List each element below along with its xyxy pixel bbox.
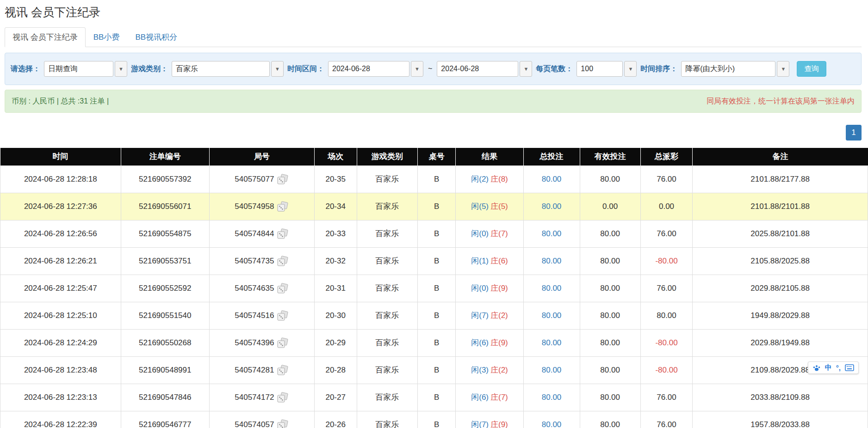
- result-player: 闲(0): [471, 284, 489, 293]
- game-category-label: 游戏类别：: [131, 64, 168, 74]
- tab-bb-tips[interactable]: BB小费: [86, 27, 128, 47]
- total-bet-link[interactable]: 80.00: [542, 420, 562, 428]
- page-size-input[interactable]: [577, 61, 623, 77]
- time-range-label: 时间区间：: [287, 64, 324, 74]
- table-row: 2024-06-28 12:28:18 521690557392 5405750…: [0, 165, 868, 193]
- cell-game-category: 百家乐: [357, 411, 417, 428]
- time-sort-caret-icon[interactable]: ▼: [777, 61, 789, 77]
- result-banker: 庄(9): [490, 284, 508, 293]
- cell-total-bet: 80.00: [523, 302, 580, 329]
- dice-icon[interactable]: [277, 201, 289, 212]
- tab-bb-video-points[interactable]: BB视讯积分: [127, 27, 185, 47]
- cell-result: 闲(0)庄(9): [456, 275, 523, 302]
- cell-session: 20-26: [314, 411, 357, 428]
- result-banker: 庄(7): [490, 229, 508, 238]
- cell-valid-bet: 80.00: [580, 275, 640, 302]
- cell-total-bet: 80.00: [523, 193, 580, 220]
- dice-icon[interactable]: [277, 228, 289, 239]
- cell-time: 2024-06-28 12:23:13: [0, 384, 121, 411]
- ime-language-mode[interactable]: 中: [825, 363, 832, 372]
- total-bet-link[interactable]: 80.00: [542, 366, 562, 374]
- dice-icon[interactable]: [277, 256, 289, 267]
- time-sort-input[interactable]: [681, 61, 775, 77]
- dice-icon[interactable]: [277, 419, 289, 428]
- cell-remark: 1949.88/2029.88: [693, 302, 868, 329]
- date-to-caret-icon[interactable]: ▼: [520, 61, 532, 77]
- game-category-caret-icon[interactable]: ▼: [271, 61, 284, 77]
- query-button[interactable]: 查询: [797, 61, 826, 77]
- cell-remark: 2105.88/2025.88: [693, 247, 868, 275]
- total-bet-link[interactable]: 80.00: [542, 284, 562, 293]
- result-player: 闲(7): [471, 311, 489, 320]
- date-to-input[interactable]: [437, 61, 518, 77]
- dice-icon[interactable]: [277, 283, 289, 294]
- cell-bet-id: 521690553751: [121, 247, 209, 275]
- cell-table-no: B: [417, 275, 456, 302]
- total-bet-link[interactable]: 80.00: [542, 175, 562, 183]
- query-type-input[interactable]: [44, 61, 113, 77]
- cell-time: 2024-06-28 12:25:10: [0, 302, 121, 329]
- result-banker: 庄(2): [490, 311, 508, 320]
- cell-round-id: 540574958: [209, 193, 314, 220]
- dice-icon[interactable]: [277, 337, 289, 349]
- cell-total-bet: 80.00: [523, 247, 580, 275]
- column-header: 局号: [209, 148, 314, 165]
- total-bet-link[interactable]: 80.00: [542, 393, 562, 402]
- cell-total-bet: 80.00: [523, 275, 580, 302]
- cell-game-category: 百家乐: [357, 384, 417, 411]
- round-id-text: 540575077: [235, 175, 274, 184]
- total-bet-link[interactable]: 80.00: [542, 257, 562, 265]
- total-bet-link[interactable]: 80.00: [542, 338, 562, 347]
- table-row: 2024-06-28 12:24:29 521690550268 5405743…: [0, 329, 868, 356]
- tab-betting-records[interactable]: 视讯 会员下注纪录: [5, 27, 86, 47]
- cell-payout: 76.00: [640, 384, 693, 411]
- round-id-text: 540574396: [235, 338, 274, 348]
- total-bet-link[interactable]: 80.00: [542, 229, 562, 238]
- column-header: 有效投注: [580, 148, 640, 165]
- cell-table-no: B: [417, 329, 456, 356]
- dice-icon[interactable]: [277, 392, 289, 403]
- cell-valid-bet: 80.00: [580, 165, 640, 193]
- cell-valid-bet: 80.00: [580, 356, 640, 384]
- date-from-input[interactable]: [328, 61, 409, 77]
- table-row: 2024-06-28 12:23:48 521690548991 5405742…: [0, 356, 868, 384]
- ime-toolbar: 中 °,: [808, 361, 859, 374]
- cell-table-no: B: [417, 193, 456, 220]
- ime-keyboard-icon[interactable]: [845, 364, 854, 371]
- cell-time: 2024-06-28 12:27:36: [0, 193, 121, 220]
- page-size-caret-icon[interactable]: ▼: [624, 61, 637, 77]
- ime-punctuation-icon[interactable]: °,: [836, 364, 841, 372]
- table-row: 2024-06-28 12:23:13 521690547846 5405741…: [0, 384, 868, 411]
- page-button-1[interactable]: 1: [846, 125, 862, 141]
- cell-session: 20-28: [314, 356, 357, 384]
- table-row: 2024-06-28 12:25:10 521690551540 5405745…: [0, 302, 868, 329]
- column-header: 时间: [0, 148, 121, 165]
- round-id-text: 540574735: [235, 257, 274, 266]
- total-bet-link[interactable]: 80.00: [542, 311, 562, 320]
- cell-table-no: B: [417, 220, 456, 247]
- total-bet-link[interactable]: 80.00: [542, 202, 562, 211]
- dice-icon[interactable]: [277, 310, 289, 321]
- round-id-text: 540574635: [235, 284, 274, 293]
- dice-icon[interactable]: [277, 174, 289, 185]
- cell-total-bet: 80.00: [523, 220, 580, 247]
- cell-valid-bet: 80.00: [580, 411, 640, 428]
- cell-result: 闲(7)庄(9): [456, 411, 523, 428]
- column-header: 结果: [456, 148, 523, 165]
- cell-session: 20-32: [314, 247, 357, 275]
- dice-icon[interactable]: [277, 365, 289, 376]
- cell-bet-id: 521690548991: [121, 356, 209, 384]
- cell-bet-id: 521690546777: [121, 411, 209, 428]
- cell-round-id: 540574516: [209, 302, 314, 329]
- cell-payout: 80.00: [640, 302, 693, 329]
- page-size-combobox: ▼: [577, 61, 637, 77]
- ime-paw-icon[interactable]: [812, 364, 821, 372]
- time-sort-label: 时间排序：: [640, 64, 677, 74]
- cell-result: 闲(2)庄(8): [456, 165, 523, 193]
- game-category-input[interactable]: [172, 61, 270, 77]
- query-type-caret-icon[interactable]: ▼: [115, 61, 127, 77]
- cell-valid-bet: 80.00: [580, 302, 640, 329]
- cell-bet-id: 521690557392: [121, 165, 209, 193]
- date-from-caret-icon[interactable]: ▼: [411, 61, 423, 77]
- cell-session: 20-34: [314, 193, 357, 220]
